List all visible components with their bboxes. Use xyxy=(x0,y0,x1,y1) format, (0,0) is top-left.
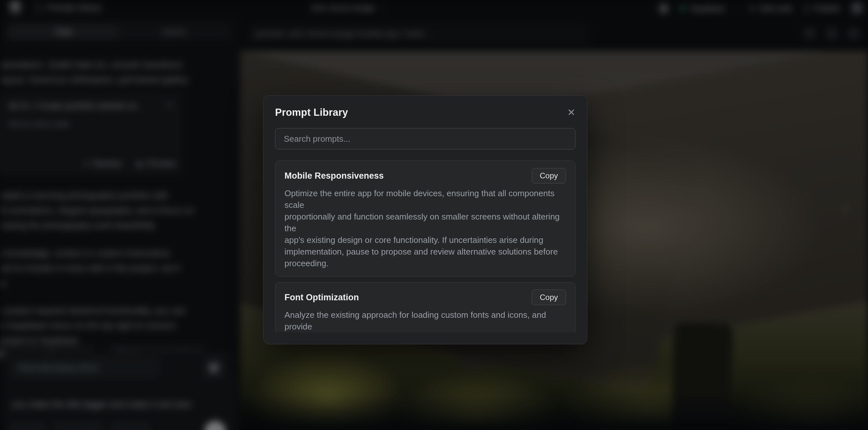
close-icon[interactable]: ✕ xyxy=(567,108,576,117)
prompt-list[interactable]: Mobile Responsiveness Copy Optimize the … xyxy=(275,160,576,332)
lovable-editor-screen: Prompt Library artic-cloud-voyage ⌄ Supa… xyxy=(0,0,868,430)
prompt-name: Mobile Responsiveness xyxy=(284,171,384,181)
copy-button[interactable]: Copy xyxy=(532,289,566,305)
search-input[interactable] xyxy=(275,128,576,150)
prompt-card: Font Optimization Copy Analyze the exist… xyxy=(275,282,576,332)
prompt-card: Mobile Responsiveness Copy Optimize the … xyxy=(275,160,576,277)
modal-title: Prompt Library xyxy=(275,107,348,118)
prompt-library-modal: Prompt Library ✕ Mobile Responsiveness C… xyxy=(263,95,587,344)
copy-button[interactable]: Copy xyxy=(532,168,566,184)
prompt-description: Optimize the entire app for mobile devic… xyxy=(284,187,566,269)
prompt-name: Font Optimization xyxy=(284,293,359,303)
prompt-description: Analyze the existing approach for loadin… xyxy=(284,309,566,332)
